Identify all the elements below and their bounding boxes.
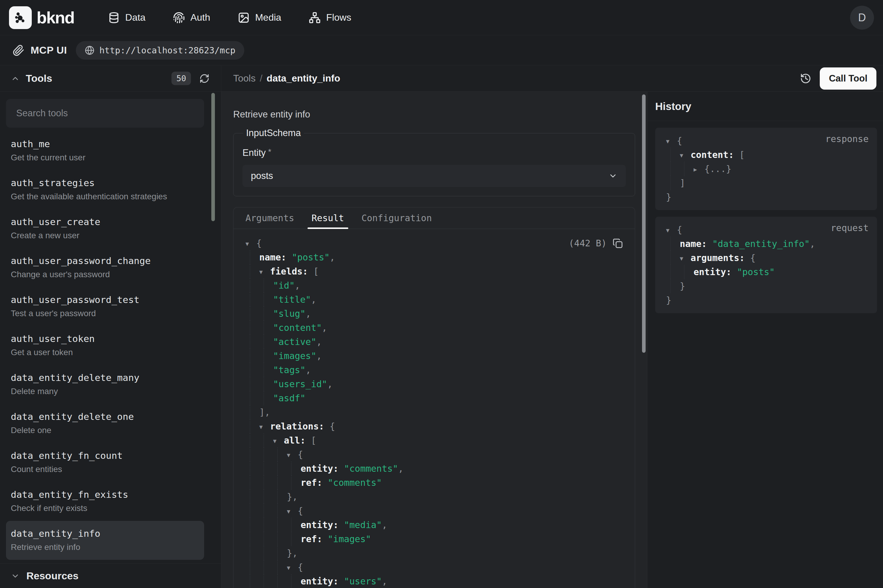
indent-guide bbox=[291, 518, 292, 532]
breadcrumb-parent[interactable]: Tools bbox=[233, 73, 256, 84]
mcp-ui-title: MCP UI bbox=[31, 44, 67, 56]
tab-result[interactable]: Result bbox=[312, 207, 344, 229]
json-line: } bbox=[664, 293, 869, 307]
indent-guide bbox=[264, 476, 264, 490]
json-punctuation: { bbox=[298, 562, 303, 572]
sidebar-item-auth_user_create[interactable]: auth_user_createCreate a new user bbox=[6, 209, 204, 248]
json-string: "comments" bbox=[344, 464, 398, 474]
json-string: "posts" bbox=[292, 252, 330, 262]
json-line: ▼{ bbox=[234, 236, 623, 250]
json-punctuation: { bbox=[298, 506, 303, 516]
nav-item-auth[interactable]: Auth bbox=[173, 12, 210, 24]
nav-label: Flows bbox=[326, 12, 351, 23]
history-entry-response[interactable]: response▼{▼content: [▶{...}]} bbox=[655, 128, 877, 210]
json-line: ▼{ bbox=[234, 560, 623, 574]
expand-toggle-icon[interactable]: ▼ bbox=[666, 134, 677, 148]
tab-configuration[interactable]: Configuration bbox=[361, 207, 432, 229]
mcp-url-pill[interactable]: http://localhost:28623/mcp bbox=[76, 41, 244, 60]
history-entry-request[interactable]: request▼{name: "data_entity_info",▼argum… bbox=[655, 217, 877, 313]
entity-select-value: posts bbox=[251, 171, 273, 182]
json-punctuation: , bbox=[306, 308, 311, 319]
call-tool-button[interactable]: Call Tool bbox=[820, 68, 876, 90]
bknd-logo[interactable]: bknd bbox=[9, 6, 74, 29]
json-punctuation: , bbox=[316, 336, 322, 347]
json-string: "tags" bbox=[273, 365, 306, 375]
expand-toggle-icon[interactable]: ▶ bbox=[694, 162, 705, 177]
result-scrollbar-thumb[interactable] bbox=[642, 94, 646, 353]
expand-toggle-icon[interactable]: ▼ bbox=[246, 237, 256, 251]
json-line: entity: "media", bbox=[234, 518, 623, 532]
sidebar-item-auth_user_token[interactable]: auth_user_tokenGet a user token bbox=[6, 326, 204, 365]
json-string: "users_id" bbox=[273, 379, 327, 389]
tab-arguments[interactable]: Arguments bbox=[246, 207, 294, 229]
sidebar-scrollbar-thumb[interactable] bbox=[211, 93, 215, 221]
indent-guide bbox=[670, 162, 671, 176]
nav-item-media[interactable]: Media bbox=[238, 12, 281, 24]
tool-description: Get the current user bbox=[11, 153, 199, 162]
json-line: ref: "comments" bbox=[234, 476, 623, 490]
tool-description-text: Retrieve entity info bbox=[233, 109, 635, 120]
resources-section-toggle[interactable]: Resources bbox=[0, 563, 221, 588]
user-avatar[interactable]: D bbox=[850, 6, 874, 30]
json-line: "active", bbox=[234, 335, 623, 349]
sidebar-item-auth_user_password_change[interactable]: auth_user_password_changeChange a user's… bbox=[6, 248, 204, 287]
tools-header: Tools 50 bbox=[0, 65, 221, 92]
json-line: "tags", bbox=[234, 363, 623, 377]
json-punctuation: , bbox=[327, 379, 333, 389]
indent-guide bbox=[250, 292, 250, 307]
indent-guide bbox=[250, 532, 250, 546]
json-punctuation: { bbox=[750, 253, 756, 263]
tool-description: Delete many bbox=[11, 387, 199, 396]
sidebar-item-auth_user_password_test[interactable]: auth_user_password_testTest a user's pas… bbox=[6, 287, 204, 326]
tool-name: auth_user_password_change bbox=[11, 255, 199, 266]
indent-guide bbox=[670, 176, 671, 190]
sidebar-item-auth_me[interactable]: auth_meGet the current user bbox=[6, 131, 204, 170]
sidebar-item-data_entity_delete_many[interactable]: data_entity_delete_manyDelete many bbox=[6, 365, 204, 404]
indent-guide bbox=[264, 447, 264, 462]
nav-item-data[interactable]: Data bbox=[108, 12, 146, 24]
database-icon bbox=[108, 12, 120, 24]
indent-guide bbox=[670, 265, 671, 279]
refresh-icon[interactable] bbox=[199, 74, 210, 84]
expand-toggle-icon[interactable]: ▼ bbox=[287, 561, 298, 575]
indent-guide bbox=[250, 264, 250, 278]
sidebar-item-auth_strategies[interactable]: auth_strategiesGet the available authent… bbox=[6, 170, 204, 209]
expand-toggle-icon[interactable]: ▼ bbox=[666, 223, 677, 237]
tool-name: data_entity_fn_exists bbox=[11, 489, 199, 500]
search-input[interactable] bbox=[6, 99, 204, 128]
json-key: content: bbox=[691, 150, 739, 160]
tools-count-badge: 50 bbox=[171, 72, 191, 85]
indent-guide bbox=[670, 279, 671, 293]
json-key: arguments: bbox=[691, 253, 750, 263]
expand-toggle-icon[interactable]: ▼ bbox=[287, 504, 298, 519]
json-line: } bbox=[664, 190, 869, 204]
history-icon[interactable] bbox=[800, 73, 811, 84]
tool-description: Retrieve entity info bbox=[11, 543, 199, 552]
indent-guide bbox=[277, 476, 278, 490]
indent-guide bbox=[277, 504, 278, 518]
sidebar-item-data_entity_delete_one[interactable]: data_entity_delete_oneDelete one bbox=[6, 404, 204, 443]
entity-select[interactable]: posts bbox=[243, 165, 626, 187]
sidebar-item-data_entity_fn_exists[interactable]: data_entity_fn_existsCheck if entity exi… bbox=[6, 482, 204, 521]
expand-toggle-icon[interactable]: ▼ bbox=[273, 434, 284, 448]
sidebar-item-data_entity_info[interactable]: data_entity_infoRetrieve entity info bbox=[6, 521, 204, 560]
sidebar-item-data_entity_fn_count[interactable]: data_entity_fn_countCount entities bbox=[6, 443, 204, 482]
breadcrumb: Tools / data_entity_info bbox=[233, 73, 340, 84]
expand-toggle-icon[interactable]: ▼ bbox=[680, 148, 691, 162]
nav-item-flows[interactable]: Flows bbox=[309, 12, 351, 24]
json-line: "title", bbox=[234, 292, 623, 307]
indent-guide bbox=[291, 476, 292, 490]
expand-toggle-icon[interactable]: ▼ bbox=[259, 265, 270, 279]
indent-guide bbox=[250, 490, 250, 504]
chevron-up-icon[interactable] bbox=[11, 74, 20, 83]
mcp-url: http://localhost:28623/mcp bbox=[99, 45, 235, 56]
json-punctuation: { bbox=[256, 238, 262, 249]
globe-icon bbox=[85, 45, 94, 55]
expand-toggle-icon[interactable]: ▼ bbox=[259, 420, 270, 434]
expand-toggle-icon[interactable]: ▼ bbox=[287, 448, 298, 462]
expand-toggle-icon[interactable]: ▼ bbox=[680, 252, 691, 266]
tool-name: data_entity_delete_many bbox=[11, 372, 199, 383]
json-key: entity: bbox=[694, 267, 737, 277]
json-punctuation: } bbox=[666, 295, 672, 305]
indent-guide bbox=[250, 419, 250, 434]
